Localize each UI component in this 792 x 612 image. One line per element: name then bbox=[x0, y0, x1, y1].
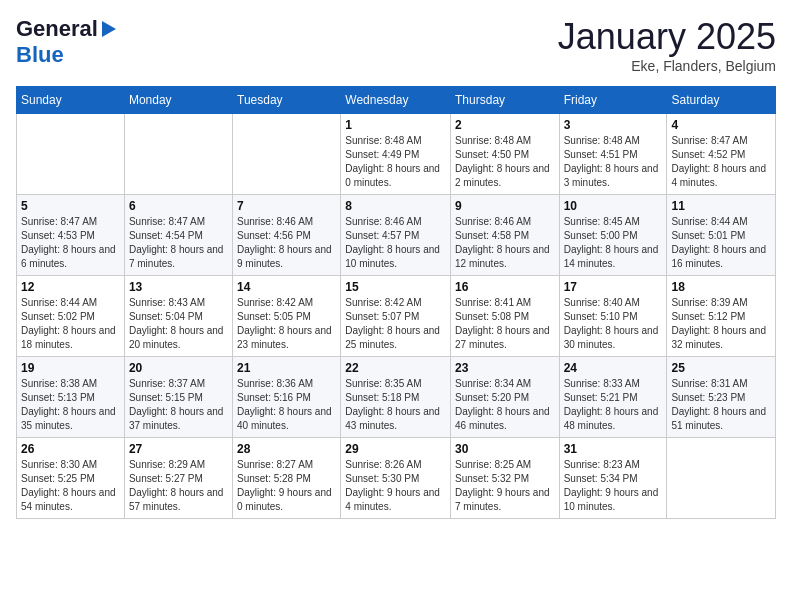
calendar-cell bbox=[124, 114, 232, 195]
day-info: Sunrise: 8:38 AM Sunset: 5:13 PM Dayligh… bbox=[21, 377, 120, 433]
day-info: Sunrise: 8:44 AM Sunset: 5:02 PM Dayligh… bbox=[21, 296, 120, 352]
day-number: 9 bbox=[455, 199, 555, 213]
calendar-week-3: 12Sunrise: 8:44 AM Sunset: 5:02 PM Dayli… bbox=[17, 276, 776, 357]
day-number: 4 bbox=[671, 118, 771, 132]
calendar-cell: 30Sunrise: 8:25 AM Sunset: 5:32 PM Dayli… bbox=[451, 438, 560, 519]
calendar-cell: 31Sunrise: 8:23 AM Sunset: 5:34 PM Dayli… bbox=[559, 438, 667, 519]
day-number: 7 bbox=[237, 199, 336, 213]
day-number: 21 bbox=[237, 361, 336, 375]
day-info: Sunrise: 8:25 AM Sunset: 5:32 PM Dayligh… bbox=[455, 458, 555, 514]
day-number: 29 bbox=[345, 442, 446, 456]
day-number: 16 bbox=[455, 280, 555, 294]
day-info: Sunrise: 8:43 AM Sunset: 5:04 PM Dayligh… bbox=[129, 296, 228, 352]
calendar-cell: 1Sunrise: 8:48 AM Sunset: 4:49 PM Daylig… bbox=[341, 114, 451, 195]
weekday-header-tuesday: Tuesday bbox=[233, 87, 341, 114]
day-number: 17 bbox=[564, 280, 663, 294]
day-number: 11 bbox=[671, 199, 771, 213]
calendar-cell: 16Sunrise: 8:41 AM Sunset: 5:08 PM Dayli… bbox=[451, 276, 560, 357]
calendar-cell bbox=[233, 114, 341, 195]
day-number: 26 bbox=[21, 442, 120, 456]
day-number: 3 bbox=[564, 118, 663, 132]
calendar-body: 1Sunrise: 8:48 AM Sunset: 4:49 PM Daylig… bbox=[17, 114, 776, 519]
day-info: Sunrise: 8:23 AM Sunset: 5:34 PM Dayligh… bbox=[564, 458, 663, 514]
day-info: Sunrise: 8:45 AM Sunset: 5:00 PM Dayligh… bbox=[564, 215, 663, 271]
day-number: 2 bbox=[455, 118, 555, 132]
day-number: 19 bbox=[21, 361, 120, 375]
calendar-cell: 10Sunrise: 8:45 AM Sunset: 5:00 PM Dayli… bbox=[559, 195, 667, 276]
calendar-cell: 18Sunrise: 8:39 AM Sunset: 5:12 PM Dayli… bbox=[667, 276, 776, 357]
weekday-header-monday: Monday bbox=[124, 87, 232, 114]
logo-arrow-icon bbox=[102, 21, 116, 37]
day-info: Sunrise: 8:47 AM Sunset: 4:52 PM Dayligh… bbox=[671, 134, 771, 190]
calendar-cell: 28Sunrise: 8:27 AM Sunset: 5:28 PM Dayli… bbox=[233, 438, 341, 519]
calendar-cell: 5Sunrise: 8:47 AM Sunset: 4:53 PM Daylig… bbox=[17, 195, 125, 276]
day-info: Sunrise: 8:42 AM Sunset: 5:07 PM Dayligh… bbox=[345, 296, 446, 352]
calendar-cell: 27Sunrise: 8:29 AM Sunset: 5:27 PM Dayli… bbox=[124, 438, 232, 519]
day-info: Sunrise: 8:46 AM Sunset: 4:58 PM Dayligh… bbox=[455, 215, 555, 271]
weekday-header-saturday: Saturday bbox=[667, 87, 776, 114]
page-header: General Blue January 2025 Eke, Flanders,… bbox=[16, 16, 776, 74]
weekday-header-wednesday: Wednesday bbox=[341, 87, 451, 114]
day-info: Sunrise: 8:29 AM Sunset: 5:27 PM Dayligh… bbox=[129, 458, 228, 514]
day-number: 28 bbox=[237, 442, 336, 456]
day-info: Sunrise: 8:34 AM Sunset: 5:20 PM Dayligh… bbox=[455, 377, 555, 433]
calendar-cell: 17Sunrise: 8:40 AM Sunset: 5:10 PM Dayli… bbox=[559, 276, 667, 357]
day-info: Sunrise: 8:36 AM Sunset: 5:16 PM Dayligh… bbox=[237, 377, 336, 433]
calendar-cell: 6Sunrise: 8:47 AM Sunset: 4:54 PM Daylig… bbox=[124, 195, 232, 276]
day-number: 6 bbox=[129, 199, 228, 213]
day-info: Sunrise: 8:42 AM Sunset: 5:05 PM Dayligh… bbox=[237, 296, 336, 352]
title-section: January 2025 Eke, Flanders, Belgium bbox=[558, 16, 776, 74]
day-info: Sunrise: 8:30 AM Sunset: 5:25 PM Dayligh… bbox=[21, 458, 120, 514]
calendar-cell: 9Sunrise: 8:46 AM Sunset: 4:58 PM Daylig… bbox=[451, 195, 560, 276]
logo: General Blue bbox=[16, 16, 116, 68]
location: Eke, Flanders, Belgium bbox=[558, 58, 776, 74]
day-number: 8 bbox=[345, 199, 446, 213]
weekday-header-sunday: Sunday bbox=[17, 87, 125, 114]
day-number: 10 bbox=[564, 199, 663, 213]
calendar-week-1: 1Sunrise: 8:48 AM Sunset: 4:49 PM Daylig… bbox=[17, 114, 776, 195]
day-number: 5 bbox=[21, 199, 120, 213]
day-number: 13 bbox=[129, 280, 228, 294]
calendar-cell: 19Sunrise: 8:38 AM Sunset: 5:13 PM Dayli… bbox=[17, 357, 125, 438]
day-info: Sunrise: 8:46 AM Sunset: 4:56 PM Dayligh… bbox=[237, 215, 336, 271]
month-title: January 2025 bbox=[558, 16, 776, 58]
day-number: 18 bbox=[671, 280, 771, 294]
calendar-cell: 3Sunrise: 8:48 AM Sunset: 4:51 PM Daylig… bbox=[559, 114, 667, 195]
weekday-header-friday: Friday bbox=[559, 87, 667, 114]
day-info: Sunrise: 8:44 AM Sunset: 5:01 PM Dayligh… bbox=[671, 215, 771, 271]
logo-general: General bbox=[16, 16, 98, 42]
calendar-cell: 24Sunrise: 8:33 AM Sunset: 5:21 PM Dayli… bbox=[559, 357, 667, 438]
day-number: 22 bbox=[345, 361, 446, 375]
day-number: 25 bbox=[671, 361, 771, 375]
day-number: 20 bbox=[129, 361, 228, 375]
calendar-cell: 25Sunrise: 8:31 AM Sunset: 5:23 PM Dayli… bbox=[667, 357, 776, 438]
calendar-cell: 15Sunrise: 8:42 AM Sunset: 5:07 PM Dayli… bbox=[341, 276, 451, 357]
day-info: Sunrise: 8:39 AM Sunset: 5:12 PM Dayligh… bbox=[671, 296, 771, 352]
day-info: Sunrise: 8:26 AM Sunset: 5:30 PM Dayligh… bbox=[345, 458, 446, 514]
calendar-week-2: 5Sunrise: 8:47 AM Sunset: 4:53 PM Daylig… bbox=[17, 195, 776, 276]
day-info: Sunrise: 8:40 AM Sunset: 5:10 PM Dayligh… bbox=[564, 296, 663, 352]
calendar-cell: 2Sunrise: 8:48 AM Sunset: 4:50 PM Daylig… bbox=[451, 114, 560, 195]
day-number: 23 bbox=[455, 361, 555, 375]
day-number: 27 bbox=[129, 442, 228, 456]
day-info: Sunrise: 8:37 AM Sunset: 5:15 PM Dayligh… bbox=[129, 377, 228, 433]
day-info: Sunrise: 8:46 AM Sunset: 4:57 PM Dayligh… bbox=[345, 215, 446, 271]
weekday-header-thursday: Thursday bbox=[451, 87, 560, 114]
calendar-week-4: 19Sunrise: 8:38 AM Sunset: 5:13 PM Dayli… bbox=[17, 357, 776, 438]
calendar-cell: 20Sunrise: 8:37 AM Sunset: 5:15 PM Dayli… bbox=[124, 357, 232, 438]
calendar-cell: 23Sunrise: 8:34 AM Sunset: 5:20 PM Dayli… bbox=[451, 357, 560, 438]
calendar-cell: 7Sunrise: 8:46 AM Sunset: 4:56 PM Daylig… bbox=[233, 195, 341, 276]
calendar-header-row: SundayMondayTuesdayWednesdayThursdayFrid… bbox=[17, 87, 776, 114]
calendar-cell: 8Sunrise: 8:46 AM Sunset: 4:57 PM Daylig… bbox=[341, 195, 451, 276]
day-number: 31 bbox=[564, 442, 663, 456]
calendar-cell: 22Sunrise: 8:35 AM Sunset: 5:18 PM Dayli… bbox=[341, 357, 451, 438]
calendar-cell bbox=[667, 438, 776, 519]
calendar-cell: 13Sunrise: 8:43 AM Sunset: 5:04 PM Dayli… bbox=[124, 276, 232, 357]
day-number: 24 bbox=[564, 361, 663, 375]
calendar-cell: 26Sunrise: 8:30 AM Sunset: 5:25 PM Dayli… bbox=[17, 438, 125, 519]
day-number: 14 bbox=[237, 280, 336, 294]
calendar-cell: 12Sunrise: 8:44 AM Sunset: 5:02 PM Dayli… bbox=[17, 276, 125, 357]
calendar-cell bbox=[17, 114, 125, 195]
day-number: 12 bbox=[21, 280, 120, 294]
calendar-cell: 14Sunrise: 8:42 AM Sunset: 5:05 PM Dayli… bbox=[233, 276, 341, 357]
